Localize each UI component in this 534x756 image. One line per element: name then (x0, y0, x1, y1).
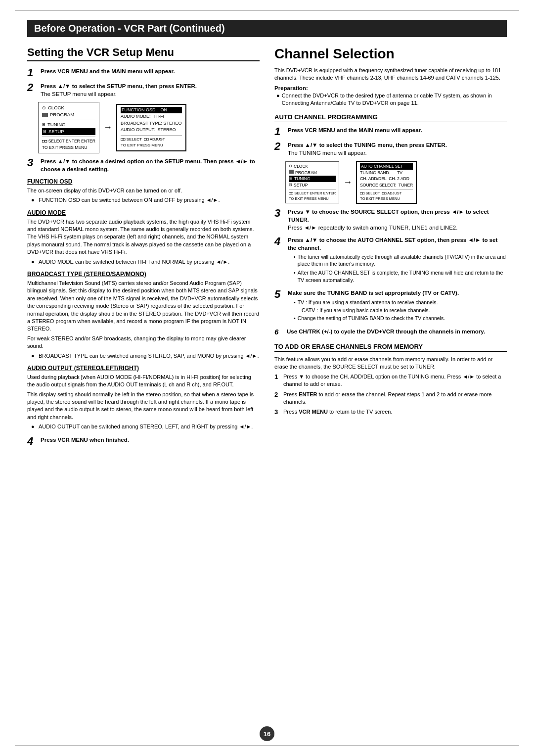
ac-step-3-normal: Press ◄/► repeatedly to switch among TUN… (288, 224, 507, 232)
menu-diagram-right: ⊙ CLOCK PROGRAM ⊞ TUNING ⊟ SETUP ◘◘ SELE… (285, 161, 507, 204)
function-osd-body1: The on-screen display of this DVD+VCR ca… (27, 187, 260, 194)
preparation-block: Preparation: ● Connect the DVD+VCR to th… (274, 85, 507, 107)
broadcast-type-bullet: ● BROADCAST TYPE can be switched among S… (31, 352, 260, 360)
auto-channel-set-row: AUTO CHANNEL SET (360, 163, 413, 170)
ac-bullet-dot-5-1: • (294, 299, 296, 306)
function-osd-bullet: ● FUNCTION OSD can be switched between O… (31, 196, 260, 204)
ac-step-2-num: 2 (274, 141, 285, 152)
audio-mode-bullet-text: AUDIO MODE can be switched between HI-FI… (39, 258, 229, 266)
channel-selection-title: Channel Selection (274, 46, 507, 62)
menu-diagram-left: ⊙ CLOCK PROGRAM ⊞ TUNING ⊟ SETUP (38, 102, 260, 153)
auto-channel-heading: AUTO CHANNEL PROGRAMMING (274, 113, 507, 122)
bullet-dot-4: ● (31, 423, 36, 430)
menu-arrow-1: → (103, 122, 112, 133)
ac-step-5-num: 5 (274, 289, 285, 300)
ac-step-3: 3 Press ▼ to choose the SOURCE SELECT op… (274, 208, 507, 232)
add-erase-step-3-num: 3 (274, 408, 281, 416)
audio-mode-row: AUDIO MODE: HI-FI (121, 113, 182, 120)
ac-step-5-bullet-1-text: TV : If you are using a standard antenna… (298, 299, 438, 306)
rmenu-setup: ⊟ SETUP (289, 182, 336, 189)
ac-step-4-num: 4 (274, 236, 285, 247)
ac-step-1-content: Press VCR MENU and the MAIN menu will ap… (288, 126, 507, 134)
ch-add-del-row: CH. ADD/DEL: CH. 2 ADD (360, 176, 413, 182)
to-add-intro: This feature allows you to add or erase … (274, 356, 507, 371)
audio-output-bullet: ● AUDIO OUTPUT can be switched among STE… (31, 423, 260, 430)
to-add-heading: TO ADD OR ERASE CHANNELS FROM MEMORY (274, 343, 507, 352)
step-2-number: 2 (27, 82, 38, 93)
ac-step-2-bold: Press ▲/▼ to select the TUNING menu, the… (288, 142, 447, 148)
ac-step-4-bullet-2-text: After the AUTO CHANNEL SET is complete, … (298, 269, 507, 284)
audio-output-heading: AUDIO OUTPUT (STEREO/LEFT/RIGHT) (27, 365, 260, 372)
header-bar: Before Operation - VCR Part (Continued) (27, 20, 507, 37)
ac-step-2-content: Press ▲/▼ to select the TUNING menu, the… (288, 141, 507, 157)
bullet-dot-2: ● (31, 258, 36, 266)
left-section-title: Setting the VCR Setup Menu (27, 46, 260, 61)
channel-intro: This DVD+VCR is equipped with a frequenc… (274, 67, 507, 82)
step-2: 2 Press ▲/▼ to select the SETUP menu, th… (27, 82, 260, 98)
ac-step-3-content: Press ▼ to choose the SOURCE SELECT opti… (288, 208, 507, 232)
rmenu-footer-2: ◘◘ SELECT ◘◘ ADJUSTTO EXIT PRESS MENU (360, 189, 413, 202)
menu-row-program: PROGRAM (42, 111, 95, 118)
step-3-number: 3 (27, 157, 38, 168)
ac-step-5: 5 Make sure the TUNING BAND is set appro… (274, 289, 507, 323)
step-4: 4 Press VCR MENU when finished. (27, 436, 260, 447)
ac-step-6-content: Use CH/TRK (+/-) to cycle the DVD+VCR th… (287, 328, 507, 336)
step-3-bold: Press ▲/▼ to choose a desired option on … (41, 158, 255, 172)
step-2-content: Press ▲/▼ to select the SETUP menu, then… (41, 82, 260, 98)
broadcast-type-body1: Multichannel Television Sound (MTS) carr… (27, 280, 260, 333)
broadcast-type-bullet-text: BROADCAST TYPE can be switched among STE… (39, 352, 259, 360)
menu-arrow-right: → (343, 177, 352, 188)
source-select-row: SOURCE SELECT: TUNER (360, 182, 413, 189)
ac-step-6-bold: Use CH/TRK (+/-) to cycle the DVD+VCR th… (287, 329, 485, 334)
ac-step-4-bold: Press ▲/▼ to choose the AUTO CHANNEL SET… (288, 237, 497, 251)
add-erase-step-1: 1 Press ▼ to choose the CH. ADD/DEL opti… (274, 373, 507, 388)
menu-box-right-1: ⊙ CLOCK PROGRAM ⊞ TUNING ⊟ SETUP ◘◘ SELE… (285, 161, 339, 204)
ac-step-2-normal: The TUNING menu will appear. (288, 149, 507, 157)
catv-text: CATV : If you are using basic cable to r… (302, 307, 507, 313)
function-osd-heading: FUNCTION OSD (27, 178, 260, 185)
ac-step-1-bold: Press VCR MENU and the MAIN menu will ap… (288, 127, 422, 133)
add-erase-step-1-num: 1 (274, 373, 281, 380)
menu-box-left-1: ⊙ CLOCK PROGRAM ⊞ TUNING ⊟ SETUP (38, 102, 99, 153)
ac-step-6-num: 6 (274, 328, 284, 336)
preparation-label: Preparation: (274, 85, 308, 91)
menu-box-right-2: AUTO CHANNEL SET TUNING BAND: TV CH. ADD… (356, 161, 417, 204)
audio-mode-heading: AUDIO MODE (27, 209, 260, 216)
step-1: 1 Press VCR MENU and the MAIN menu will … (27, 67, 260, 78)
ac-step-5-bullet-3-text: Change the setting of TUNING BAND to che… (298, 315, 445, 322)
rmenu-footer-1: ◘◘ SELECT ENTER ENTERTO EXIT PRESS MENU (289, 189, 336, 202)
ac-bullet-dot-5-3: • (294, 315, 296, 322)
menu-divider (42, 120, 95, 120)
add-erase-step-2-num: 2 (274, 391, 281, 398)
broadcast-type-heading: BROADCAST TYPE (STEREO/SAP/MONO) (27, 271, 260, 278)
menu-row-clock: ⊙ CLOCK (42, 104, 95, 111)
audio-mode-bullet: ● AUDIO MODE can be switched between HI-… (31, 258, 260, 266)
audio-output-body2: This display setting should normally be … (27, 391, 260, 422)
ac-bullet-dot-1: • (294, 253, 296, 268)
ac-step-2: 2 Press ▲/▼ to select the TUNING menu, t… (274, 141, 507, 157)
page: Before Operation - VCR Part (Continued) … (0, 0, 534, 756)
audio-output-bullet-text: AUDIO OUTPUT can be switched among STERE… (39, 423, 253, 430)
menu-footer-left-2: ◘◘ SELECT ◘◘ ADJUSTTO EXIT PRESS MENU (121, 135, 182, 148)
ac-step-1-num: 1 (274, 126, 285, 137)
broadcast-type-body2: For weak STEREO and/or SAP broadcasts, c… (27, 335, 260, 350)
left-column: Setting the VCR Setup Menu 1 Press VCR M… (27, 46, 260, 451)
ac-step-6: 6 Use CH/TRK (+/-) to cycle the DVD+VCR … (274, 328, 507, 336)
catv-label: CATV : If you are using basic cable to r… (302, 307, 430, 313)
bullet-dot-1: ● (31, 196, 36, 204)
ac-step-5-bold: Make sure the TUNING BAND is set appropr… (288, 290, 459, 296)
audio-mode-body1: The DVD+VCR has two separate audio playb… (27, 218, 260, 256)
add-erase-step-2: 2 Press ENTER to add or erase the channe… (274, 391, 507, 406)
step-4-content: Press VCR MENU when finished. (41, 436, 260, 444)
ac-step-3-bold: Press ▼ to choose the SOURCE SELECT opti… (288, 209, 489, 223)
tuning-band-row: TUNING BAND: TV (360, 170, 413, 176)
step-3-content: Press ▲/▼ to choose a desired option on … (41, 157, 260, 173)
rmenu-clock: ⊙ CLOCK (289, 163, 336, 170)
add-erase-step-1-text: Press ▼ to choose the CH. ADD/DEL option… (283, 373, 507, 388)
ac-step-4-bullet-2: • After the AUTO CHANNEL SET is complete… (294, 269, 507, 284)
page-number: 16 (260, 726, 274, 741)
right-column: Channel Selection This DVD+VCR is equipp… (274, 46, 507, 419)
vcr-menu-bold: VCR MENU (299, 409, 328, 415)
audio-output-row: AUDIO OUTPUT: STEREO (121, 127, 182, 134)
ac-step-5-content: Make sure the TUNING BAND is set appropr… (288, 289, 507, 323)
